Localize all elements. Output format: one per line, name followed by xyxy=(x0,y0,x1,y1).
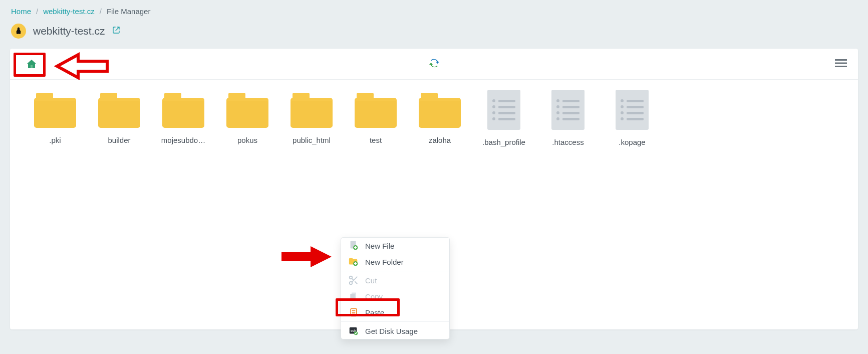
page-title-row: webkitty-test.cz xyxy=(0,20,868,49)
svg-rect-0 xyxy=(31,65,33,68)
file-item[interactable]: .htaccess xyxy=(536,93,600,146)
item-name: .bash_profile xyxy=(482,138,525,146)
external-link-icon[interactable] xyxy=(112,26,120,36)
breadcrumb-sep-icon: / xyxy=(100,7,102,16)
folder-item[interactable]: zaloha xyxy=(408,93,472,146)
file-item[interactable]: .kopage xyxy=(600,93,664,146)
ctx-paste[interactable]: Paste xyxy=(341,304,449,320)
svg-rect-3 xyxy=(835,66,847,67)
file-icon xyxy=(551,90,585,130)
ctx-cut: Cut xyxy=(341,272,449,288)
folder-icon xyxy=(226,93,268,128)
svg-rect-10 xyxy=(350,294,355,300)
item-name: pokus xyxy=(237,136,257,144)
svg-rect-1 xyxy=(835,59,847,61)
ctx-disk-usage[interactable]: ssh Get Disk Usage xyxy=(341,323,449,339)
item-name: .pki xyxy=(49,136,61,144)
context-menu: New File New Folder Cut Copy Paste xyxy=(341,237,450,339)
folder-item[interactable]: test xyxy=(344,93,408,146)
item-name: builder xyxy=(108,136,130,144)
clipboard-icon xyxy=(348,307,359,318)
ctx-label: New File xyxy=(365,242,394,250)
folder-icon xyxy=(162,93,204,128)
hamburger-icon xyxy=(835,57,847,69)
disk-usage-icon: ssh xyxy=(348,325,359,336)
svg-rect-2 xyxy=(835,62,847,64)
folder-item[interactable]: builder xyxy=(87,93,151,146)
svg-rect-12 xyxy=(352,310,356,311)
new-folder-icon xyxy=(348,256,359,267)
refresh-button[interactable] xyxy=(428,57,440,71)
folder-icon xyxy=(34,93,76,128)
ctx-separator xyxy=(341,321,449,322)
ctx-label: Paste xyxy=(365,308,384,317)
file-icon xyxy=(487,90,520,130)
svg-point-8 xyxy=(350,282,353,285)
ctx-label: New Folder xyxy=(365,258,404,266)
item-name: public_html xyxy=(293,136,331,144)
folder-icon xyxy=(98,93,140,128)
item-name: mojesubdo… xyxy=(161,136,205,144)
item-name: test xyxy=(370,136,382,144)
ctx-label: Cut xyxy=(365,276,377,285)
svg-rect-13 xyxy=(352,312,356,313)
new-file-icon xyxy=(348,240,359,251)
menu-button[interactable] xyxy=(835,57,847,71)
file-item[interactable]: .bash_profile xyxy=(472,93,536,146)
ctx-label: Get Disk Usage xyxy=(365,327,418,335)
ctx-label: Copy xyxy=(365,292,383,301)
ctx-separator xyxy=(341,271,449,271)
ctx-new-folder[interactable]: New Folder xyxy=(341,254,449,270)
breadcrumb-sep-icon: / xyxy=(36,7,38,16)
file-icon xyxy=(616,90,649,130)
home-icon xyxy=(26,58,38,70)
breadcrumb-page: File Manager xyxy=(107,7,151,16)
item-name: .kopage xyxy=(619,138,645,146)
folder-icon xyxy=(291,93,333,128)
svg-point-7 xyxy=(350,276,353,279)
toolbar xyxy=(10,49,858,80)
folder-item[interactable]: mojesubdo… xyxy=(151,93,215,146)
files-grid: .pki builder mojesubdo… pokus public_htm… xyxy=(10,80,858,166)
svg-rect-14 xyxy=(352,314,356,315)
annotation-arrow-icon xyxy=(280,245,333,268)
folder-item[interactable]: public_html xyxy=(279,93,344,146)
folder-item[interactable]: pokus xyxy=(215,93,279,146)
ctx-new-file[interactable]: New File xyxy=(341,238,449,254)
folder-icon xyxy=(355,93,397,128)
item-name: zaloha xyxy=(429,136,451,144)
folder-item[interactable]: .pki xyxy=(23,93,87,146)
breadcrumb-home[interactable]: Home xyxy=(11,7,31,16)
home-button[interactable] xyxy=(17,54,46,75)
file-manager-panel: .pki builder mojesubdo… pokus public_htm… xyxy=(10,49,858,329)
item-name: .htaccess xyxy=(552,138,584,146)
breadcrumb-domain[interactable]: webkitty-test.cz xyxy=(43,7,95,16)
folder-icon xyxy=(419,93,461,128)
breadcrumb: Home / webkitty-test.cz / File Manager xyxy=(0,0,868,20)
copy-icon xyxy=(348,291,359,302)
scissors-icon xyxy=(348,275,359,286)
page-title: webkitty-test.cz xyxy=(33,25,105,37)
refresh-icon xyxy=(428,57,440,69)
linux-icon xyxy=(11,24,26,39)
ctx-copy: Copy xyxy=(341,288,449,304)
